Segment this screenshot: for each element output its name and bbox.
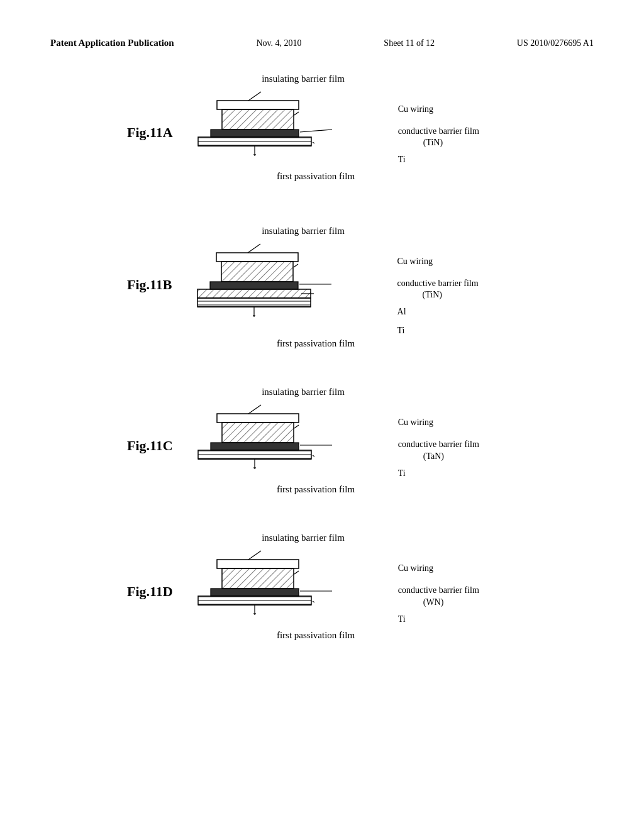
svg-line-37 [313, 455, 314, 456]
svg-rect-34 [211, 443, 299, 450]
svg-line-43 [248, 551, 261, 560]
figure-label-11b: Fig.11B [127, 277, 172, 293]
diagram-11c [179, 400, 393, 482]
conductive-label-11b: conductive barrier film (TiN) [397, 278, 479, 301]
svg-line-19 [294, 264, 298, 267]
svg-rect-17 [216, 253, 298, 262]
diagram-11b [179, 239, 392, 327]
figure-11b: insulating barrier film Fig.11B [50, 226, 594, 349]
figure-label-11d: Fig.11D [127, 584, 173, 600]
cu-wiring-label-11c: Cu wiring [398, 418, 479, 428]
ti-label-11b: Ti [397, 326, 479, 336]
svg-rect-32 [222, 423, 294, 443]
page: Patent Application Publication Nov. 4, 2… [0, 0, 644, 830]
diagram-11a [179, 87, 393, 169]
cu-wiring-label-11b: Cu wiring [397, 257, 479, 267]
header-publication: Patent Application Publication [50, 38, 174, 48]
svg-rect-20 [210, 282, 298, 289]
insulating-label-11c: insulating barrier film [89, 387, 517, 397]
svg-rect-4 [222, 109, 294, 130]
svg-rect-24 [197, 298, 311, 307]
passivation-label-11d: first passivation film [114, 630, 517, 641]
svg-rect-31 [217, 414, 299, 423]
figure-label-11c: Fig.11C [127, 438, 173, 454]
conductive-label-11c: conductive barrier film (TaN) [398, 439, 479, 462]
header-patent-number: US 2010/0276695 A1 [517, 38, 594, 48]
svg-line-5 [294, 112, 299, 115]
svg-line-9 [313, 142, 314, 143]
ti-label-11c: Ti [398, 468, 479, 479]
svg-line-46 [294, 571, 299, 574]
svg-line-50 [313, 601, 314, 602]
figure-label-11a: Fig.11A [127, 124, 173, 141]
diagram-11d [179, 546, 393, 628]
insulating-label-11b: insulating barrier film [89, 226, 517, 236]
svg-line-7 [300, 130, 332, 132]
svg-rect-45 [222, 568, 294, 589]
insulating-label-11d: insulating barrier film [89, 533, 517, 543]
svg-rect-44 [217, 560, 299, 568]
svg-rect-6 [211, 130, 299, 137]
passivation-label-11c: first passivation film [114, 484, 517, 495]
cu-wiring-label-11d: Cu wiring [398, 563, 479, 573]
svg-rect-18 [221, 262, 293, 282]
ti-label-11a: Ti [398, 155, 479, 165]
conductive-label-11a: conductive barrier film (TiN) [398, 126, 479, 148]
passivation-label-11a: first passivation film [114, 171, 517, 182]
svg-line-30 [248, 405, 261, 414]
header-sheet: Sheet 11 of 12 [384, 38, 435, 48]
cu-wiring-label-11a: Cu wiring [398, 104, 479, 114]
svg-rect-36 [198, 450, 311, 459]
figure-11d: insulating barrier film Fig.11D [50, 533, 594, 641]
svg-rect-49 [198, 596, 311, 605]
passivation-label-11b: first passivation film [114, 338, 517, 349]
al-label-11b: Al [397, 307, 479, 317]
svg-rect-8 [198, 137, 311, 146]
page-header: Patent Application Publication Nov. 4, 2… [50, 38, 594, 48]
svg-line-33 [294, 425, 299, 428]
svg-rect-22 [197, 289, 311, 298]
header-date: Nov. 4, 2010 [256, 38, 301, 48]
figure-11c: insulating barrier film Fig.11C [50, 387, 594, 495]
svg-line-16 [248, 244, 260, 253]
insulating-label-11a: insulating barrier film [89, 74, 517, 84]
svg-rect-3 [217, 101, 299, 109]
svg-line-2 [248, 92, 261, 101]
figures-container: insulating barrier film Fig.11A [50, 74, 594, 641]
figure-11a: insulating barrier film Fig.11A [50, 74, 594, 182]
svg-rect-47 [211, 589, 299, 596]
conductive-label-11d: conductive barrier film (WN) [398, 585, 479, 607]
ti-label-11d: Ti [398, 614, 479, 624]
